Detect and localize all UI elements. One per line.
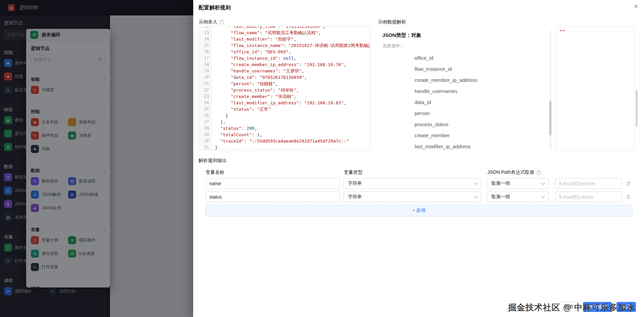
- line-number: 23: [199, 93, 211, 100]
- code-line: "traceId": "::55dd593ca4aeae8e292d71a45d…: [215, 138, 370, 144]
- editor-gutter: 1213141516171819202122232425262728293031: [199, 27, 212, 150]
- json-field-list: office_idflow_instance_idcreate_member_i…: [382, 52, 547, 151]
- line-number: 25: [199, 106, 211, 112]
- line-number: 24: [199, 100, 211, 106]
- rule-rows: 字符串取第一组字符串取第一组: [206, 178, 632, 205]
- sample-input-label: 示例录入: [199, 19, 224, 25]
- json-field-item[interactable]: person: [382, 108, 547, 119]
- code-line: "create_member_ip_address": "192.168.10.…: [215, 61, 370, 68]
- code-line: "flow_name": "试用期员工考勤确认流程",: [215, 30, 370, 36]
- json-field-item[interactable]: office_id: [382, 52, 547, 63]
- line-number: 16: [199, 49, 211, 55]
- json-path-input[interactable]: [555, 192, 622, 202]
- code-line: "data_id": "978526178126850",: [215, 74, 370, 81]
- select-value: 字符串: [348, 194, 362, 200]
- editor-code[interactable]: "last_modify_time": "1761312541000", "fl…: [212, 27, 370, 150]
- value-group-select[interactable]: 取第一组: [487, 192, 549, 202]
- code-line: "last_modifier": "郑皓宇",: [215, 36, 370, 42]
- json-type-label: JSON类型：: [382, 32, 411, 38]
- current-selection-label: 当前选中：: [382, 43, 404, 49]
- output-rules-label: 解析规则输出: [199, 158, 227, 164]
- json-path-input[interactable]: [555, 178, 622, 189]
- variable-name-input[interactable]: [206, 178, 340, 189]
- code-line: }: [215, 112, 370, 119]
- code-line: "last_modifier_ip_address": "192.168.10.…: [215, 100, 370, 106]
- chevron-down-icon: [541, 194, 545, 198]
- rule-row: 字符串取第一组: [206, 178, 632, 189]
- field-list-scrollbar[interactable]: [549, 101, 551, 136]
- value-preview-panel: "": [555, 26, 635, 150]
- line-number: 19: [199, 68, 211, 74]
- line-number: 30: [199, 138, 211, 144]
- info-icon: [536, 170, 541, 175]
- info-icon: [219, 20, 224, 24]
- code-line: "office_id": "DEV-003",: [215, 49, 370, 55]
- line-number: 17: [199, 55, 211, 61]
- variable-type-select[interactable]: 字符串: [343, 192, 481, 202]
- add-rule-button[interactable]: + 新增: [206, 205, 632, 216]
- line-number: 31: [199, 144, 211, 150]
- sample-input-label-text: 示例录入: [199, 19, 217, 25]
- modal-title: 配置解析规则: [199, 4, 231, 11]
- json-field-item[interactable]: process_status: [382, 119, 547, 130]
- code-line: "flow_instance_id": null,: [215, 55, 370, 61]
- code-line: "person": "徐丽丽",: [215, 81, 370, 87]
- json-type-line: JSON类型：对象: [382, 32, 421, 39]
- code-line: "handle_usernames": "王梦琪",: [215, 68, 370, 74]
- line-number: 15: [199, 42, 211, 49]
- code-line: }: [215, 144, 370, 150]
- json-field-item[interactable]: flow_instance_id: [382, 63, 547, 74]
- line-number: 27: [199, 119, 211, 125]
- line-number: 28: [199, 125, 211, 131]
- parse-result-label: 示例数据解析: [378, 19, 406, 25]
- line-number: 14: [199, 36, 211, 42]
- json-sample-editor[interactable]: 1213141516171819202122232425262728293031…: [199, 26, 370, 150]
- line-number: 12: [199, 27, 211, 30]
- rule-row: 字符串取第一组: [206, 192, 632, 202]
- screen: ◈ 逻辑控制 逻辑节点 控制◆条件判定■结束◷延迟等待响应◉通知▢显示消息⊞组件…: [0, 0, 644, 317]
- editor-scrollbar[interactable]: [636, 90, 638, 127]
- chevron-down-icon: [541, 181, 545, 184]
- selected-value-preview: "": [556, 27, 634, 38]
- code-line: "totalCount": 1,: [215, 131, 370, 138]
- close-icon[interactable]: ×: [634, 3, 638, 10]
- column-header-variable-name: 变量名称: [206, 169, 224, 175]
- line-number: 26: [199, 112, 211, 119]
- json-field-item[interactable]: create_member: [382, 130, 547, 141]
- column-header-json-path: JSON Path表达式取值: [487, 169, 541, 175]
- code-line: "flow_instance_name": "20251027-张语桐-试用期第…: [215, 42, 370, 49]
- line-number: 22: [199, 87, 211, 93]
- json-type-value: 对象: [411, 32, 421, 38]
- line-number: 13: [199, 30, 211, 36]
- parse-rule-modal: 配置解析规则 × 示例录入 12131415161718192021222324…: [193, 0, 644, 317]
- delete-row-button[interactable]: [626, 178, 631, 189]
- watermark: 掘金技术社区 @ 中杯可乐多加水: [508, 302, 635, 313]
- variable-name-input[interactable]: [206, 192, 340, 202]
- code-line: "last_modify_time": "1761312541000",: [215, 27, 370, 30]
- editor-app-background: ◈ 逻辑控制 逻辑节点 控制◆条件判定■结束◷延迟等待响应◉通知▢显示消息⊞组件…: [0, 0, 193, 317]
- code-line: "status": "正常": [215, 106, 370, 112]
- delete-row-button[interactable]: [626, 192, 631, 202]
- line-number: 29: [199, 131, 211, 138]
- column-header-variable-type: 变量类型: [344, 169, 363, 175]
- json-field-item[interactable]: last_modifier_ip_address: [382, 141, 547, 151]
- line-number: 20: [199, 74, 211, 81]
- code-line: ],: [215, 119, 370, 125]
- select-value: 字符串: [348, 180, 362, 187]
- json-field-item[interactable]: data_id: [382, 97, 547, 108]
- json-field-item[interactable]: handle_usernames: [382, 86, 547, 97]
- parse-result-label-text: 示例数据解析: [378, 19, 406, 25]
- json-field-item[interactable]: create_member_ip_address: [382, 74, 547, 86]
- select-value: 取第一组: [491, 180, 510, 187]
- modal-overlay: [0, 0, 193, 317]
- code-line: "create_member": "张语桐",: [215, 93, 370, 100]
- value-group-select[interactable]: 取第一组: [487, 178, 549, 189]
- line-number: 21: [199, 81, 211, 87]
- chevron-down-icon: [474, 181, 477, 184]
- code-line: "process_status": "待审批",: [215, 87, 370, 93]
- variable-type-select[interactable]: 字符串: [343, 178, 481, 189]
- chevron-down-icon: [474, 194, 477, 198]
- code-line: "status": 200,: [215, 125, 370, 131]
- line-number: 18: [199, 61, 211, 68]
- select-value: 取第一组: [491, 194, 510, 200]
